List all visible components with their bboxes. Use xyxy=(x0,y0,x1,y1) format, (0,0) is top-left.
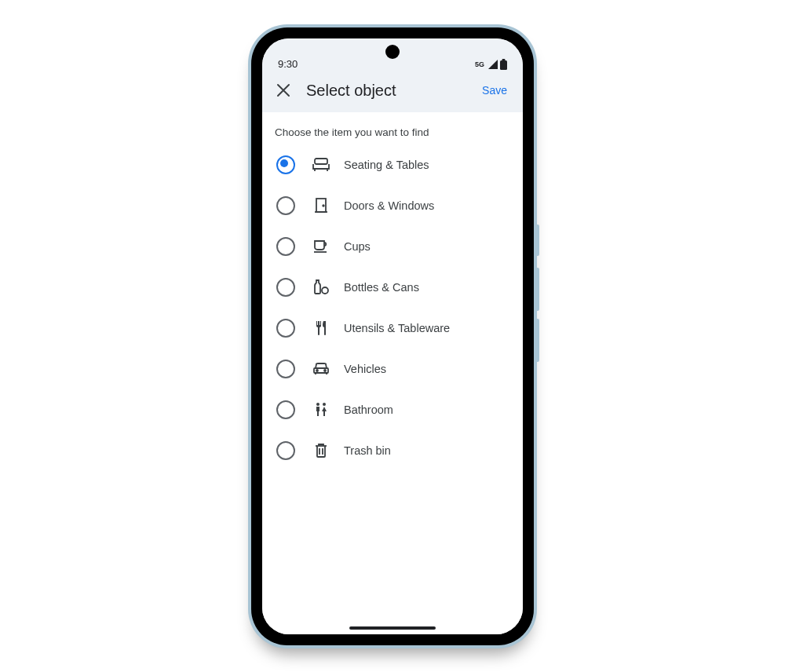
content-area: Choose the item you want to find Seating… xyxy=(262,112,523,634)
app-bar: Select object Save xyxy=(262,72,523,112)
option-label: Vehicles xyxy=(344,363,386,375)
radio-button[interactable] xyxy=(276,278,295,297)
phone-frame: 9:30 5G Select object Save xyxy=(248,24,537,648)
side-button xyxy=(537,225,539,256)
battery-icon xyxy=(500,59,507,70)
option-label: Doors & Windows xyxy=(344,199,434,212)
seating-icon xyxy=(312,156,330,173)
radio-button[interactable] xyxy=(276,400,295,419)
option-label: Seating & Tables xyxy=(344,159,429,171)
radio-button[interactable] xyxy=(276,155,295,174)
trash-icon xyxy=(312,442,330,459)
subtitle: Choose the item you want to find xyxy=(273,126,512,138)
radio-button[interactable] xyxy=(276,360,295,378)
radio-button[interactable] xyxy=(276,319,295,338)
side-button xyxy=(537,268,539,311)
option-doors-windows[interactable]: Doors & Windows xyxy=(273,185,512,226)
option-vehicles[interactable]: Vehicles xyxy=(273,349,512,389)
option-label: Bathroom xyxy=(344,404,393,416)
option-utensils-tableware[interactable]: Utensils & Tableware xyxy=(273,308,512,349)
svg-point-7 xyxy=(316,370,318,371)
utensils-icon xyxy=(312,320,330,337)
option-label: Trash bin xyxy=(344,444,391,457)
svg-rect-1 xyxy=(502,59,506,61)
network-label: 5G xyxy=(475,60,484,68)
option-trash-bin[interactable]: Trash bin xyxy=(273,430,512,471)
save-button[interactable]: Save xyxy=(482,84,510,97)
signal-icon xyxy=(487,60,498,69)
radio-button[interactable] xyxy=(276,441,295,460)
svg-rect-0 xyxy=(500,60,507,70)
svg-point-9 xyxy=(316,403,319,406)
status-time: 9:30 xyxy=(278,58,298,70)
option-seating-tables[interactable]: Seating & Tables xyxy=(273,144,512,185)
svg-rect-2 xyxy=(315,159,327,164)
option-label: Utensils & Tableware xyxy=(344,322,450,334)
svg-point-8 xyxy=(324,370,326,371)
option-bathroom[interactable]: Bathroom xyxy=(273,389,512,430)
nav-handle[interactable] xyxy=(349,626,436,630)
bathroom-icon xyxy=(312,401,330,418)
vehicle-icon xyxy=(312,360,330,378)
cup-icon xyxy=(312,238,330,255)
bottle-icon xyxy=(312,279,330,296)
close-icon[interactable] xyxy=(275,82,292,99)
front-camera xyxy=(385,45,400,59)
option-bottles-cans[interactable]: Bottles & Cans xyxy=(273,267,512,308)
side-button xyxy=(537,319,539,362)
page-title: Select object xyxy=(306,82,482,100)
radio-button[interactable] xyxy=(276,237,295,256)
svg-point-5 xyxy=(322,287,328,294)
option-cups[interactable]: Cups xyxy=(273,226,512,267)
door-icon xyxy=(312,197,330,214)
option-label: Bottles & Cans xyxy=(344,281,419,294)
radio-button[interactable] xyxy=(276,196,295,215)
svg-point-10 xyxy=(323,403,326,406)
svg-point-4 xyxy=(323,205,324,206)
option-label: Cups xyxy=(344,240,371,253)
